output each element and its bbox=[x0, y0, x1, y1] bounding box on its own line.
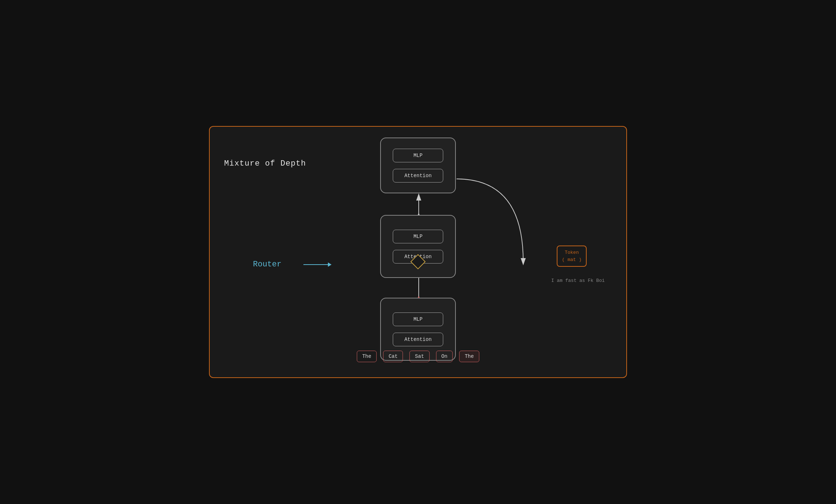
tokens-row: The Cat Sat On The bbox=[357, 351, 479, 362]
transformer-block-top: MLP Attention bbox=[380, 138, 456, 193]
fast-text: I am fast as Fk Boi bbox=[551, 278, 605, 283]
token-the-2: The bbox=[459, 351, 479, 362]
mlp-box-mid: MLP bbox=[393, 230, 443, 243]
token-the-1: The bbox=[357, 351, 377, 362]
token-on: On bbox=[436, 351, 453, 362]
token-sat: Sat bbox=[410, 351, 430, 362]
token-box-line2: ( mat ) bbox=[562, 257, 582, 262]
router-arrow-icon bbox=[303, 264, 329, 265]
token-cat: Cat bbox=[383, 351, 403, 362]
page-title: Mixture of Depth bbox=[224, 159, 306, 168]
token-box: Token ( mat ) bbox=[557, 246, 587, 267]
mlp-box-bot: MLP bbox=[393, 312, 443, 326]
attention-box-top: Attention bbox=[393, 169, 443, 183]
attention-box-bot: Attention bbox=[393, 333, 443, 346]
mlp-box-top: MLP bbox=[393, 149, 443, 162]
router-label: Router bbox=[253, 260, 281, 269]
token-box-line1: Token bbox=[565, 250, 579, 255]
main-canvas: Mixture of Depth Router Token ( mat ) I … bbox=[209, 126, 627, 378]
